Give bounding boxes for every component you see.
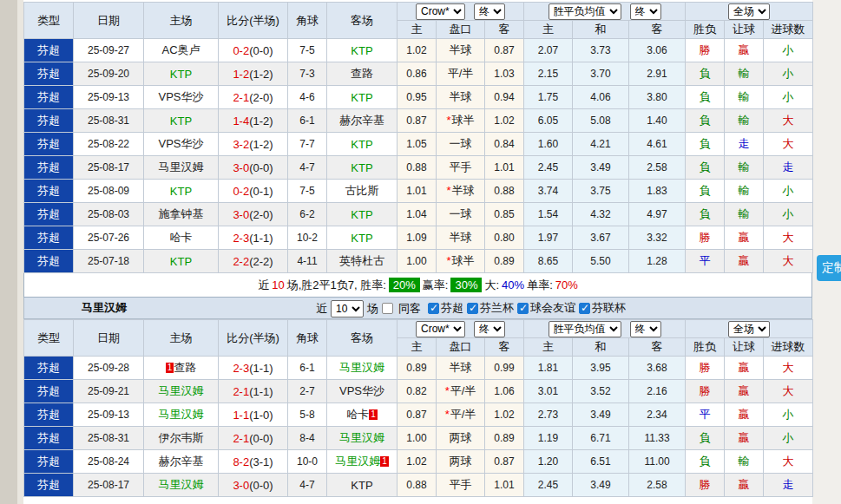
- team-name: 赫尔辛基: [339, 114, 384, 127]
- final-select2-t1[interactable]: 终: [630, 3, 661, 20]
- avg-select-t1[interactable]: 胜平负均值: [549, 3, 621, 20]
- odds-home-cell: 1.00: [398, 427, 437, 450]
- final-select2-t2[interactable]: 终: [630, 321, 661, 337]
- stats-summary-row: 近10场,胜2平1负7, 胜率:20%赢率:30%大:40%单率:70%: [23, 273, 812, 298]
- fulltime-score: 2-3: [233, 232, 249, 245]
- odds-home-cell: 0.87: [398, 403, 437, 427]
- fulltime-score: 0-2: [233, 44, 249, 57]
- handicap-cell: 平/半: [437, 62, 485, 86]
- sub-header-result: 胜负: [686, 21, 725, 39]
- odds-home-cell: 0.86: [398, 62, 437, 86]
- fulltime-score: 2-3: [233, 362, 249, 375]
- result-cell: 勝: [686, 357, 725, 380]
- games-count-select[interactable]: 10: [331, 300, 364, 317]
- goals-cell: 小: [764, 203, 813, 226]
- table-row: 芬超25-09-13VPS华沙2-1(2-0)4-6KTP0.95半球0.941…: [24, 86, 813, 109]
- odds-away-cell: 1.03: [485, 62, 524, 86]
- handicap-cell: 半球: [437, 357, 485, 380]
- same-away-checkbox[interactable]: [382, 303, 393, 314]
- final-select-t2[interactable]: 终: [474, 321, 505, 337]
- score-cell: 0-2(0-0): [219, 39, 288, 62]
- score-cell: 1-1(1-0): [219, 403, 288, 427]
- goals-cell: 小: [764, 180, 813, 203]
- table-row: 芬超25-08-31KTP1-4(1-2)6-1赫尔辛基0.87*球半1.026…: [24, 109, 813, 133]
- handicap-result-cell: 輸: [725, 86, 764, 109]
- avg-home-cell: 1.54: [524, 203, 573, 226]
- avg-draw-cell: 3.73: [573, 39, 629, 62]
- fulltime-score: 3-0: [233, 161, 249, 174]
- score-cell: 8-2(3-1): [219, 450, 288, 474]
- match-history-page: 类型日期主场比分(半场)角球客场Crow*终胜平负均值终全场主盘口客主和客胜负让…: [0, 0, 841, 504]
- team-name: KTP: [170, 185, 192, 198]
- away-team-cell: KTP: [327, 133, 398, 156]
- customize-button[interactable]: 定制: [817, 255, 841, 281]
- handicap-result-cell: 輸: [725, 180, 764, 203]
- fulltime-score: 2-2: [233, 255, 249, 268]
- header-row-controls: 类型日期主场比分(半场)角球客场Crow*终胜平负均值终全场: [24, 3, 813, 21]
- near-label: 近: [316, 301, 327, 317]
- bookmaker-select-t1[interactable]: Crow*: [416, 3, 465, 20]
- corner-cell: 7-7: [288, 133, 327, 156]
- table-row: 芬超25-08-17马里汉姆3-0(0-0)4-7KTP0.88平手1.012.…: [24, 474, 813, 497]
- fulltime-score: 3-2: [233, 138, 249, 151]
- date-cell: 25-09-20: [74, 62, 144, 86]
- halftime-score: (0-0): [249, 161, 273, 174]
- filter-checkbox[interactable]: [517, 303, 529, 314]
- content-area: 类型日期主场比分(半场)角球客场Crow*终胜平负均值终全场主盘口客主和客胜负让…: [23, 2, 812, 497]
- fulltime-score: 3-0: [233, 208, 249, 221]
- odds-away-cell: 0.87: [485, 450, 524, 474]
- scope-select-t2[interactable]: 全场: [728, 321, 770, 337]
- home-team-cell: KTP: [144, 250, 219, 273]
- table-row: 芬超25-09-281查路2-3(1-1)6-1马里汉姆0.89半球0.991.…: [24, 357, 813, 380]
- result-cell: 平: [686, 250, 725, 273]
- sub-header-goals: 进球数: [764, 338, 813, 357]
- odds-away-cell: 0.89: [485, 427, 524, 450]
- avg-select-t2[interactable]: 胜平负均值: [549, 321, 621, 337]
- avg-away-cell: 2.16: [629, 380, 686, 403]
- fulltime-score: 2-1: [233, 91, 249, 104]
- table-row: 芬超25-09-20KTP1-2(1-2)7-3查路0.86平/半1.032.1…: [24, 62, 813, 86]
- avg-draw-cell: 6.71: [573, 427, 629, 450]
- fulltime-score: 3-0: [233, 479, 249, 492]
- home-team-cell: 马里汉姆: [144, 403, 219, 427]
- select-wrap: 胜平负均值终: [524, 321, 685, 337]
- handicap-cell: 半球: [437, 39, 485, 62]
- corner-cell: 10-0: [288, 450, 327, 474]
- section-filter-controls: 近 10 场 同客 芬超芬兰杯球会友谊芬联杯: [316, 298, 626, 319]
- star-mark: *: [446, 114, 450, 127]
- team-name: 哈卡: [346, 408, 369, 421]
- result-cell: 負: [686, 203, 725, 226]
- filter-checkbox[interactable]: [579, 303, 590, 314]
- team-name: KTP: [170, 255, 192, 268]
- halftime-score: (0-0): [249, 44, 273, 57]
- scope-select-t1[interactable]: 全场: [728, 3, 770, 20]
- result-cell: 負: [686, 109, 725, 133]
- avg-home-cell: 6.05: [524, 109, 573, 133]
- filter-checkbox[interactable]: [467, 303, 478, 314]
- avg-away-cell: 2.58: [629, 474, 686, 497]
- col-header-score: 比分(半场): [219, 3, 288, 39]
- date-cell: 25-09-21: [74, 380, 144, 403]
- date-cell: 25-07-18: [74, 250, 144, 273]
- bookmaker-select-t2[interactable]: Crow*: [416, 321, 465, 337]
- filter-checkbox[interactable]: [428, 303, 439, 314]
- team-name: 马里汉姆: [339, 431, 384, 444]
- avg-away-cell: 2.91: [629, 62, 686, 86]
- result-cell: 勝: [686, 226, 725, 250]
- avg-select-group: 胜平负均值终: [524, 3, 686, 21]
- home-team-cell: AC奥卢: [144, 39, 219, 62]
- final-select-t1[interactable]: 终: [474, 3, 505, 20]
- summary-text: 单率:: [527, 278, 553, 293]
- result-cell: 負: [686, 450, 725, 474]
- away-team-cell: KTP: [327, 203, 398, 226]
- date-cell: 25-08-09: [74, 180, 144, 203]
- result-cell: 負: [686, 133, 725, 156]
- score-cell: 2-3(1-1): [219, 226, 288, 250]
- date-cell: 25-08-24: [74, 450, 144, 474]
- sub-header-goals: 进球数: [764, 21, 813, 39]
- col-header-type: 类型: [24, 3, 74, 39]
- goals-cell: 大: [764, 133, 813, 156]
- select-wrap: 胜平负均值终: [524, 3, 685, 20]
- team-name: KTP: [351, 161, 372, 174]
- league-cell: 芬超: [24, 226, 74, 250]
